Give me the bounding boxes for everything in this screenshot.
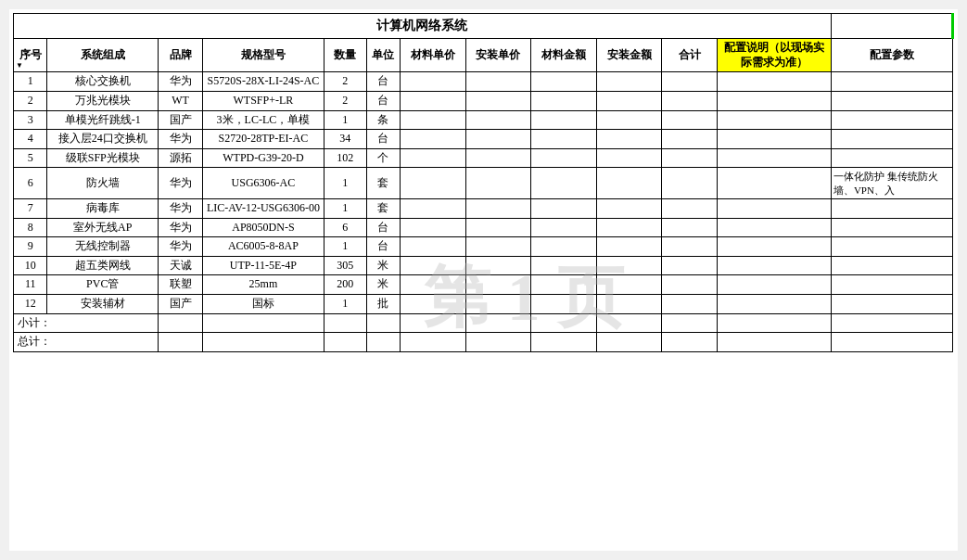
cell-config_desc	[717, 256, 831, 275]
cell-mat_price	[400, 198, 465, 218]
cell-seq: 9	[14, 237, 47, 257]
cell-system: PVC管	[47, 275, 159, 295]
cell-mat_amount	[531, 237, 597, 257]
table-row: 7病毒库华为LIC-AV-12-USG6306-001套	[14, 198, 953, 218]
cell-config_desc	[717, 218, 831, 237]
cell-spec: WTPD-G39-20-D	[202, 148, 324, 168]
cell-brand: 联塑	[159, 275, 203, 295]
cell-brand: WT	[159, 91, 203, 110]
subtotal-row: 小计：	[14, 313, 953, 333]
cell-total	[662, 275, 717, 295]
cell-brand: 华为	[159, 130, 203, 149]
header-config-param: 配置参数	[831, 39, 952, 72]
cell-qty: 1	[324, 294, 366, 313]
header-total: 合计	[662, 39, 717, 72]
cell-qty: 1	[324, 237, 366, 257]
cell-inst_price	[465, 168, 531, 199]
cell-brand: 华为	[159, 237, 203, 257]
cell-mat_price	[400, 130, 465, 149]
cell-brand: 华为	[159, 218, 203, 237]
cell-system: 防火墙	[47, 168, 159, 199]
cell-config_param: 一体化防护 集传统防火墙、VPN、入	[831, 168, 952, 199]
cell-config_param	[831, 198, 952, 218]
table-row: 3单模光纤跳线-1国产3米，LC-LC，单模1条	[14, 110, 953, 130]
cell-seq: 3	[14, 110, 47, 130]
cell-unit: 条	[366, 110, 400, 130]
table-row: 10超五类网线天诚UTP-11-5E-4P305米	[14, 256, 953, 275]
cell-mat_amount	[531, 72, 597, 92]
table-row: 1核心交换机华为S5720S-28X-LI-24S-AC2台	[14, 72, 953, 92]
cell-system: 超五类网线	[47, 256, 159, 275]
cell-inst_amount	[596, 218, 662, 237]
cell-config_param	[831, 256, 952, 275]
cell-seq: 1	[14, 72, 47, 92]
cell-inst_price	[465, 110, 531, 130]
header-config-desc: 配置说明（以现场实际需求为准）	[717, 39, 831, 72]
cell-seq: 5	[14, 148, 47, 168]
cell-config_param	[831, 91, 952, 110]
cell-spec: AP8050DN-S	[202, 218, 324, 237]
cell-mat_amount	[531, 198, 597, 218]
title-spacer	[831, 14, 952, 39]
cell-total	[662, 168, 717, 199]
cell-mat_price	[400, 168, 465, 199]
cell-brand: 国产	[159, 110, 203, 130]
cell-spec: USG6306-AC	[202, 168, 324, 199]
cell-spec: 3米，LC-LC，单模	[202, 110, 324, 130]
cell-spec: LIC-AV-12-USG6306-00	[202, 198, 324, 218]
cell-qty: 102	[324, 148, 366, 168]
cell-brand: 源拓	[159, 148, 203, 168]
cell-total	[662, 256, 717, 275]
cell-mat_amount	[531, 218, 597, 237]
cell-total	[662, 294, 717, 313]
table-row: 11PVC管联塑25mm200米	[14, 275, 953, 295]
cell-brand: 国产	[159, 294, 203, 313]
cell-system: 无线控制器	[47, 237, 159, 257]
cell-mat_amount	[531, 148, 597, 168]
cell-config_desc	[717, 148, 831, 168]
cell-unit: 台	[366, 91, 400, 110]
cell-config_param	[831, 294, 952, 313]
table-row: 8室外无线AP华为AP8050DN-S6台	[14, 218, 953, 237]
cell-unit: 台	[366, 72, 400, 92]
cell-system: 级联SFP光模块	[47, 148, 159, 168]
cell-seq: 4	[14, 130, 47, 149]
cell-spec: AC6005-8-8AP	[202, 237, 324, 257]
cell-seq: 10	[14, 256, 47, 275]
cell-inst_amount	[596, 237, 662, 257]
cell-unit: 台	[366, 130, 400, 149]
header-mat-price: 材料单价	[400, 39, 465, 72]
cell-inst_price	[465, 218, 531, 237]
cell-brand: 华为	[159, 198, 203, 218]
cell-mat_price	[400, 148, 465, 168]
cell-mat_amount	[531, 91, 597, 110]
header-inst-price: 安装单价	[465, 39, 531, 72]
header-row: 序号 ▼ 系统组成 品牌 规格型号 数量 单位 材料单价 安装单价 材料金额 安…	[14, 39, 953, 72]
cell-qty: 6	[324, 218, 366, 237]
cell-unit: 套	[366, 168, 400, 199]
cell-qty: 1	[324, 198, 366, 218]
header-qty: 数量	[324, 39, 366, 72]
cell-qty: 200	[324, 275, 366, 295]
cell-config_desc	[717, 275, 831, 295]
cell-unit: 台	[366, 237, 400, 257]
cell-inst_price	[465, 91, 531, 110]
table-row: 12安装辅材国产国标1批	[14, 294, 953, 313]
header-seq: 序号 ▼	[14, 39, 47, 72]
cell-total	[662, 110, 717, 130]
cell-qty: 34	[324, 130, 366, 149]
cell-config_desc	[717, 91, 831, 110]
cell-inst_amount	[596, 110, 662, 130]
table-body: 1核心交换机华为S5720S-28X-LI-24S-AC2台2万兆光模块WTWT…	[14, 72, 953, 351]
page-wrapper: 第 1 页 计算机网络系统	[9, 9, 958, 551]
dropdown-arrow-icon[interactable]: ▼	[16, 61, 23, 70]
cell-spec: WTSFP+-LR	[202, 91, 324, 110]
cell-seq: 11	[14, 275, 47, 295]
cell-mat_amount	[531, 168, 597, 199]
cell-qty: 305	[324, 256, 366, 275]
cell-config_desc	[717, 72, 831, 92]
cell-unit: 套	[366, 198, 400, 218]
cell-config_param	[831, 72, 952, 92]
cell-spec: UTP-11-5E-4P	[202, 256, 324, 275]
header-inst-amount: 安装金额	[596, 39, 662, 72]
